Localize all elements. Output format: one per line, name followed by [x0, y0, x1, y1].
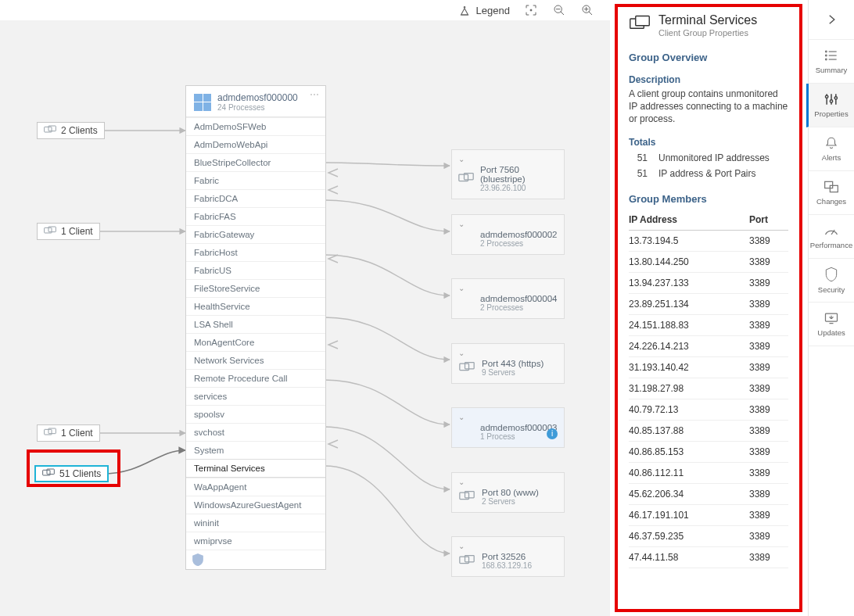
- process-row[interactable]: Fabric: [186, 171, 325, 189]
- more-icon[interactable]: ⋯: [310, 89, 321, 100]
- port-node[interactable]: ⌄Port 7560 (bluestripe)23.96.26.100: [451, 149, 565, 199]
- process-row[interactable]: WindowsAzureGuestAgent: [186, 496, 325, 514]
- machine-node-small[interactable]: ⌄admdemosf0000022 Processes: [451, 214, 565, 255]
- zoom-out-button[interactable]: [552, 3, 566, 17]
- cell-port: 3389: [749, 293, 788, 314]
- windows-icon: [194, 94, 211, 111]
- chevron-down-icon[interactable]: ⌄: [458, 413, 558, 421]
- tab-summary[interactable]: Summary: [809, 40, 854, 84]
- table-row[interactable]: 31.193.140.423389: [629, 356, 788, 378]
- windows-icon: [458, 424, 474, 440]
- table-row[interactable]: 47.44.11.583389: [629, 546, 788, 568]
- table-row[interactable]: 40.85.137.883389: [629, 420, 788, 441]
- cell-port: 3389: [749, 314, 788, 335]
- cell-port: 3389: [749, 420, 788, 441]
- machine-node-header[interactable]: admdemosf000000 24 Processes ⋯: [186, 86, 325, 116]
- cell-ip: 40.86.85.153: [629, 441, 749, 462]
- table-row[interactable]: 13.80.144.2503389: [629, 251, 788, 272]
- tab-security[interactable]: Security: [809, 259, 854, 303]
- alerts-icon: [824, 136, 838, 150]
- tab-properties[interactable]: Properties: [806, 84, 854, 127]
- process-row[interactable]: FabricHost: [186, 243, 325, 261]
- process-row[interactable]: AdmDemoSFWeb: [186, 117, 325, 135]
- process-row[interactable]: services: [186, 387, 325, 405]
- tab-alerts[interactable]: Alerts: [809, 127, 854, 171]
- zoom-in-button[interactable]: [580, 3, 594, 17]
- process-row[interactable]: spoolsv: [186, 405, 325, 423]
- process-row[interactable]: WaAppAgent: [186, 478, 325, 496]
- port-node[interactable]: ⌄Port 32526168.63.129.16: [451, 536, 565, 577]
- target-sub: 2 Processes: [480, 303, 557, 312]
- process-row[interactable]: FabricGateway: [186, 225, 325, 243]
- svg-point-24: [826, 59, 827, 60]
- updates-icon: [824, 311, 839, 325]
- client-pill-51[interactable]: 51 Clients: [34, 465, 109, 482]
- cell-ip: 13.73.194.5: [629, 230, 749, 251]
- process-row[interactable]: FileStoreService: [186, 279, 325, 297]
- table-row[interactable]: 40.86.112.113389: [629, 462, 788, 483]
- client-pill-label: 1 Client: [61, 428, 93, 439]
- process-row[interactable]: Remote Procedure Call: [186, 369, 325, 387]
- table-row[interactable]: 46.37.59.2353389: [629, 525, 788, 546]
- chevron-down-icon[interactable]: ⌄: [458, 542, 558, 550]
- process-row[interactable]: wininit: [186, 514, 325, 532]
- cell-ip: 40.85.137.88: [629, 420, 749, 441]
- client-pill-1b[interactable]: 1 Client: [37, 424, 100, 442]
- port-node[interactable]: ⌄Port 80 (www)2 Servers: [451, 472, 565, 513]
- process-row[interactable]: System: [186, 441, 325, 459]
- svg-point-27: [834, 97, 837, 99]
- process-row[interactable]: FabricUS: [186, 261, 325, 279]
- table-row[interactable]: 45.62.206.343389: [629, 483, 788, 504]
- table-row[interactable]: 24.226.14.2133389: [629, 335, 788, 356]
- fit-button[interactable]: [524, 3, 538, 17]
- expand-arrow[interactable]: [809, 0, 854, 40]
- clients-icon: [44, 226, 56, 237]
- client-pill-1a[interactable]: 1 Client: [37, 223, 100, 240]
- process-row[interactable]: BlueStripeCollector: [186, 153, 325, 171]
- table-row[interactable]: 40.79.72.133389: [629, 399, 788, 420]
- totals-heading: Totals: [629, 137, 788, 148]
- chevron-down-icon[interactable]: ⌄: [458, 478, 558, 486]
- process-row[interactable]: wmiprvse: [186, 532, 325, 550]
- table-row[interactable]: 40.86.85.1533389: [629, 441, 788, 462]
- dependency-map[interactable]: 2 Clients 1 Client 1 Client 51 Clients a…: [0, 20, 610, 616]
- table-row[interactable]: 24.151.188.833389: [629, 314, 788, 335]
- table-row[interactable]: 46.17.191.1013389: [629, 504, 788, 525]
- machine-node-small[interactable]: ⌄admdemosf0000042 Processes: [451, 278, 565, 319]
- chevron-down-icon[interactable]: ⌄: [458, 155, 558, 163]
- chevron-down-icon[interactable]: ⌄: [458, 349, 558, 357]
- info-icon[interactable]: i: [547, 428, 558, 439]
- table-row[interactable]: 23.89.251.1343389: [629, 293, 788, 314]
- cell-ip: 13.80.144.250: [629, 251, 749, 272]
- tab-performance[interactable]: Performance: [809, 215, 854, 259]
- table-row[interactable]: 13.73.194.53389: [629, 230, 788, 251]
- machine-node[interactable]: admdemosf000000 24 Processes ⋯ AdmDemoSF…: [185, 85, 326, 570]
- cell-port: 3389: [749, 525, 788, 546]
- chevron-down-icon[interactable]: ⌄: [458, 284, 558, 292]
- svg-rect-29: [830, 185, 838, 192]
- process-row[interactable]: LSA Shell: [186, 315, 325, 333]
- target-name: admdemosf000003: [480, 423, 557, 432]
- table-row[interactable]: 13.94.237.1333389: [629, 272, 788, 293]
- tab-changes[interactable]: Changes: [809, 171, 854, 215]
- process-row[interactable]: AdmDemoWebApi: [186, 135, 325, 153]
- client-pill-2[interactable]: 2 Clients: [37, 122, 105, 139]
- tab-updates[interactable]: Updates: [809, 303, 854, 346]
- process-row[interactable]: svchost: [186, 423, 325, 441]
- cell-port: 3389: [749, 378, 788, 399]
- servers-icon: [458, 489, 475, 506]
- cell-ip: 40.86.112.11: [629, 462, 749, 483]
- port-node[interactable]: ⌄Port 443 (https)9 Servers: [451, 343, 565, 384]
- machine-node-small[interactable]: ⌄admdemosf0000031 Processi: [451, 407, 565, 448]
- process-row[interactable]: FabricFAS: [186, 207, 325, 225]
- legend-button[interactable]: Legend: [458, 3, 510, 17]
- process-row[interactable]: Terminal Services: [186, 459, 325, 478]
- servers-icon: [458, 553, 475, 570]
- process-row[interactable]: FabricDCA: [186, 189, 325, 207]
- cell-ip: 24.226.14.213: [629, 335, 749, 356]
- table-row[interactable]: 31.198.27.983389: [629, 378, 788, 399]
- process-row[interactable]: HealthService: [186, 297, 325, 315]
- chevron-down-icon[interactable]: ⌄: [458, 220, 558, 228]
- process-row[interactable]: MonAgentCore: [186, 333, 325, 351]
- process-row[interactable]: Network Services: [186, 351, 325, 369]
